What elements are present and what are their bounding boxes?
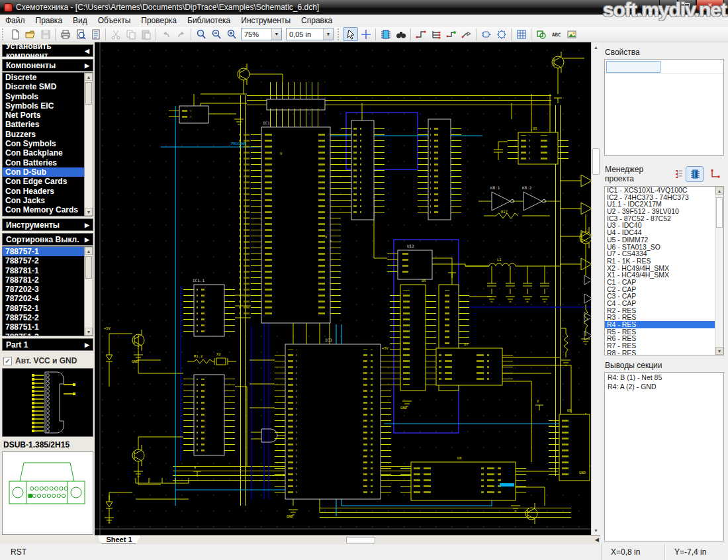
sort-header[interactable]: Сортировка Выкл. ▶ (2, 233, 93, 246)
menu-library[interactable]: Библиотека (182, 15, 236, 26)
zoom-window-button[interactable] (193, 27, 208, 41)
menu-edit[interactable]: Правка (30, 15, 68, 26)
menu-objects[interactable]: Объекты (93, 15, 136, 26)
scroll-up-icon[interactable]: ▲ (592, 42, 600, 52)
list-item[interactable]: U5 - DIMM72 (605, 236, 723, 244)
list-item[interactable]: R8 - RES (605, 350, 723, 355)
list-item[interactable]: 788757-2 (3, 256, 93, 265)
spreadsheet-button[interactable] (514, 27, 529, 41)
list-item[interactable]: 788752-2 (3, 313, 93, 322)
canvas-hscroll-thumb[interactable] (346, 537, 375, 543)
scroll-up-icon[interactable]: ▲ (715, 187, 723, 195)
expand-right-icon[interactable]: ▶ (85, 236, 89, 243)
chevron-down-icon[interactable]: ▼ (271, 28, 281, 40)
part-section-header[interactable]: Part 1 ▶ (2, 338, 93, 351)
list-item[interactable]: 788781-2 (3, 275, 93, 285)
scroll-thumb[interactable] (85, 256, 92, 279)
place-text-button[interactable]: ABC (549, 27, 564, 41)
schematic-canvas[interactable]: IC1 IC1.1 IC3 U12 U5 U7 U6 U1 U9 L1 R1.2… (95, 42, 591, 535)
components-view-button[interactable] (686, 166, 703, 182)
scroll-thumb[interactable] (592, 148, 600, 175)
logic-gate-button[interactable] (478, 27, 494, 41)
auto-vcc-gnd-checkbox[interactable]: ✓ (3, 357, 12, 365)
sheet-tab[interactable]: Sheet 1 (97, 536, 141, 544)
place-wire-button[interactable] (413, 27, 428, 41)
menu-help[interactable]: Справка (296, 15, 338, 26)
scroll-down-icon[interactable]: ▼ (715, 347, 723, 355)
origin-mode-button[interactable] (358, 27, 373, 41)
paste-button[interactable] (138, 27, 154, 41)
cut-button[interactable] (108, 27, 123, 41)
scroll-up-icon[interactable]: ▲ (85, 247, 93, 255)
default-mode-button[interactable] (343, 27, 358, 41)
components-header[interactable]: Компоненты ▶ (2, 59, 93, 71)
list-item[interactable]: 787202-3 (3, 285, 93, 294)
chevron-down-icon[interactable]: ▼ (323, 28, 333, 40)
scroll-up-icon[interactable]: ▲ (85, 73, 93, 81)
list-item[interactable]: Batteries (3, 120, 93, 129)
copy-button[interactable] (123, 27, 138, 41)
place-part-button[interactable] (494, 27, 509, 41)
list-item[interactable]: Con Symbols (3, 139, 93, 148)
properties-field[interactable] (606, 61, 660, 73)
menu-view[interactable]: Вид (68, 15, 93, 26)
scrollbar[interactable]: ▲ ▼ (715, 187, 723, 355)
list-item[interactable]: Symbols EIC (3, 101, 93, 111)
list-item[interactable]: Symbols (3, 92, 93, 101)
place-component-header[interactable]: Установить компонент ◀ (2, 44, 93, 57)
menu-file[interactable]: Файл (0, 15, 30, 26)
list-item[interactable]: Con Backplane (3, 148, 93, 158)
list-item[interactable]: 788781-1 (3, 266, 93, 275)
undo-button[interactable] (158, 27, 173, 41)
save-button[interactable] (38, 27, 53, 41)
place-image-button[interactable] (564, 27, 579, 41)
tools-header[interactable]: Инструменты ▶ (2, 218, 93, 231)
print-preview-button[interactable] (73, 27, 88, 41)
list-item[interactable]: Con Edge Cards (3, 177, 93, 186)
list-item[interactable]: Net Ports (3, 111, 93, 120)
nets-view-button[interactable] (707, 166, 724, 182)
list-item[interactable]: Con Batteries (3, 158, 93, 167)
canvas-vscrollbar[interactable]: ▲ ▼ (591, 42, 600, 535)
toolbar-grip[interactable] (338, 28, 341, 40)
collapse-left-icon[interactable]: ◀ (85, 48, 89, 54)
list-item[interactable]: Discrete SMD (3, 82, 93, 91)
list-item[interactable]: R1 - 1K - RES (605, 257, 723, 265)
zoom-combo[interactable]: 75% ▼ (241, 28, 282, 40)
scroll-down-icon[interactable]: ▼ (85, 328, 93, 336)
list-item[interactable]: 788751-2 (3, 332, 93, 336)
list-item[interactable]: Con Jacks (3, 196, 93, 205)
list-item[interactable]: R4: A (2) - GND (605, 382, 723, 391)
maximize-button[interactable] (678, 0, 696, 11)
list-item[interactable]: 787202-4 (3, 294, 93, 303)
list-item-selected[interactable]: 788757-1 (3, 247, 93, 256)
scrollbar[interactable]: ▲ ▼ (84, 73, 93, 216)
grid-combo[interactable]: 0,05 in ▼ (286, 28, 334, 40)
tab-scroll-left-icon[interactable]: ◀ (595, 537, 599, 543)
scroll-down-icon[interactable]: ▼ (592, 526, 600, 535)
list-item[interactable]: Buzzers (3, 130, 93, 139)
toolbar-grip[interactable] (2, 28, 5, 40)
place-component-button[interactable] (378, 27, 393, 41)
list-item[interactable]: Con Memory Cards (3, 205, 93, 214)
place-bus-button[interactable] (428, 27, 443, 41)
open-button[interactable] (23, 27, 38, 41)
titles-button[interactable] (88, 27, 103, 41)
place-shape-button[interactable] (533, 27, 549, 41)
list-item[interactable]: Con Headers (3, 187, 93, 196)
menu-verify[interactable]: Проверка (136, 15, 182, 26)
scroll-thumb[interactable] (85, 82, 92, 105)
zoom-fit-button[interactable] (224, 27, 239, 41)
expand-right-icon[interactable]: ▶ (85, 62, 89, 69)
list-item-selected[interactable]: Con D-Sub (3, 167, 93, 177)
redo-button[interactable] (173, 27, 189, 41)
zoom-out-button[interactable] (208, 27, 224, 41)
expand-right-icon[interactable]: ▶ (85, 222, 89, 228)
place-net-port-button[interactable] (443, 27, 459, 41)
new-button[interactable] (7, 27, 23, 41)
list-item[interactable]: Discrete (3, 73, 93, 82)
minimize-button[interactable] (659, 0, 678, 11)
list-item[interactable]: 788751-1 (3, 322, 93, 332)
list-item[interactable]: R4: B (1) - Net 85 (605, 373, 723, 382)
place-connection-button[interactable] (459, 27, 474, 41)
